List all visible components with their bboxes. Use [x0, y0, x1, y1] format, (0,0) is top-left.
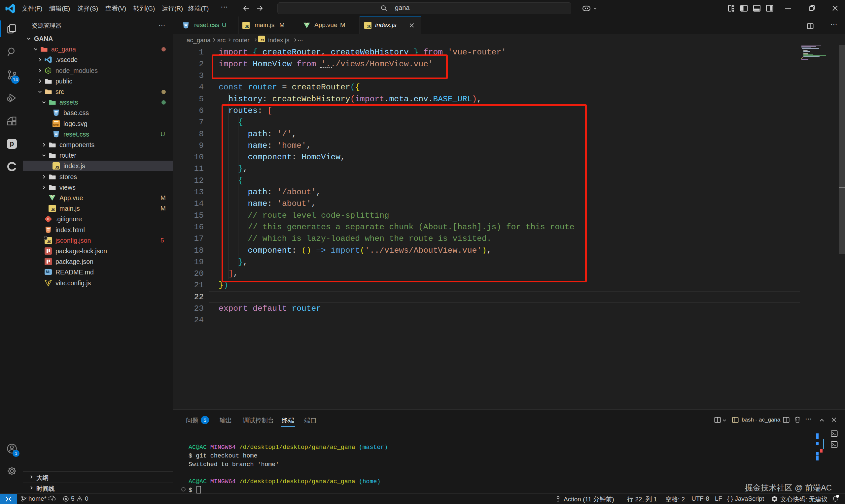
svg-text:JS: JS — [47, 69, 50, 72]
